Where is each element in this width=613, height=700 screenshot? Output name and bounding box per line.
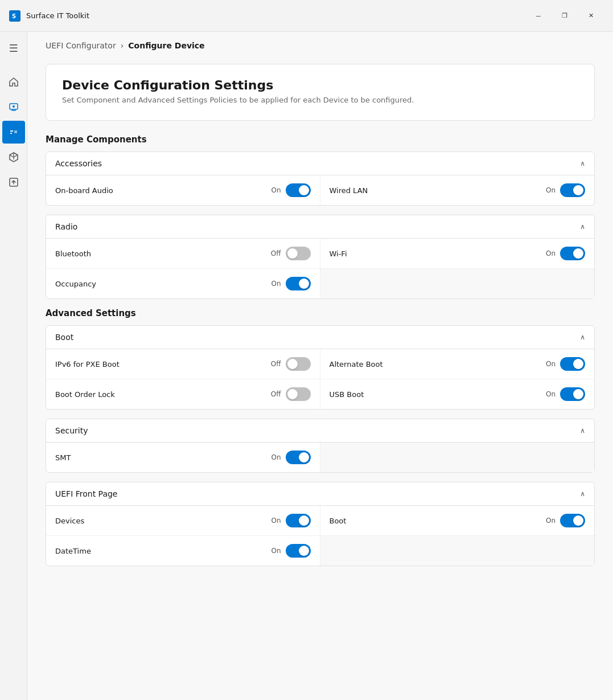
usb-boot-state: On: [546, 390, 556, 398]
usb-boot-toggle[interactable]: [560, 387, 585, 401]
uefi-front-page-row-1: Devices On Boot: [46, 506, 594, 536]
ipv6-pxe-toggle[interactable]: [286, 357, 311, 371]
boot-uefi-state: On: [546, 517, 556, 525]
breadcrumb-separator: ›: [121, 41, 124, 50]
datetime-item: DateTime On: [46, 536, 320, 566]
wifi-control: On: [546, 247, 585, 260]
on-board-audio-toggle[interactable]: [286, 183, 311, 197]
package-icon: [8, 152, 19, 163]
sidebar-item-uefi[interactable]: [2, 121, 25, 144]
radio-header[interactable]: Radio ∧: [46, 215, 594, 239]
security-body: SMT On: [46, 443, 594, 472]
boot-uefi-control: On: [546, 514, 585, 527]
app-layout: ☰: [0, 32, 613, 700]
alternate-boot-label: Alternate Boot: [330, 360, 383, 369]
bluetooth-item: Bluetooth Off: [46, 239, 320, 268]
accessories-body: On-board Audio On Wired LAN: [46, 175, 594, 205]
wired-lan-toggle[interactable]: [560, 183, 585, 197]
on-board-audio-state: On: [271, 186, 281, 194]
breadcrumb-parent[interactable]: UEFI Configurator: [46, 41, 116, 50]
occupancy-control: On: [271, 277, 310, 290]
smt-label: SMT: [55, 453, 71, 462]
smt-state: On: [271, 453, 281, 461]
bluetooth-state: Off: [271, 249, 281, 257]
accessories-row-1: On-board Audio On Wired LAN: [46, 175, 594, 205]
minimize-button[interactable]: ─: [525, 7, 552, 25]
ipv6-pxe-label: IPv6 for PXE Boot: [55, 360, 120, 369]
occupancy-state: On: [271, 280, 281, 288]
wired-lan-state: On: [546, 186, 556, 194]
security-title: Security: [55, 426, 88, 435]
alternate-boot-item: Alternate Boot On: [320, 349, 595, 379]
devices-state: On: [271, 517, 281, 525]
radio-body: Bluetooth Off Wi-Fi: [46, 239, 594, 298]
alternate-boot-control: On: [546, 357, 585, 371]
boot-uefi-label: Boot: [330, 517, 347, 525]
usb-boot-item: USB Boot On: [320, 379, 595, 409]
boot-order-lock-toggle[interactable]: [286, 387, 311, 401]
wired-lan-control: On: [546, 183, 585, 197]
usb-boot-control: On: [546, 387, 585, 401]
uefi-front-page-title: UEFI Front Page: [55, 489, 117, 498]
boot-row-1: IPv6 for PXE Boot Off Alternate Boot: [46, 349, 594, 379]
ipv6-pxe-item: IPv6 for PXE Boot Off: [46, 349, 320, 379]
manage-components-label: Manage Components: [46, 134, 595, 145]
smt-item: SMT On: [46, 443, 320, 472]
wifi-item: Wi-Fi On: [320, 239, 595, 268]
page-content: Device Configuration Settings Set Compon…: [27, 55, 613, 593]
wifi-label: Wi-Fi: [330, 249, 347, 258]
datetime-control: On: [271, 544, 310, 558]
datetime-toggle[interactable]: [286, 544, 311, 558]
restore-button[interactable]: ❐: [552, 7, 578, 25]
radio-row-1: Bluetooth Off Wi-Fi: [46, 239, 594, 269]
alternate-boot-toggle[interactable]: [560, 357, 585, 371]
app-icon: S: [9, 10, 20, 22]
smt-control: On: [271, 451, 310, 464]
datetime-state: On: [271, 547, 281, 555]
accessories-header[interactable]: Accessories ∧: [46, 152, 594, 175]
svg-text:S: S: [12, 13, 16, 19]
svg-rect-3: [11, 110, 16, 111]
devices-item: Devices On: [46, 506, 320, 535]
home-icon: [8, 76, 19, 88]
wifi-state: On: [546, 249, 556, 257]
on-board-audio-control: On: [271, 183, 310, 197]
sidebar-item-home[interactable]: [2, 71, 25, 93]
sidebar-item-menu[interactable]: ☰: [2, 36, 25, 59]
uefi-icon: [8, 126, 19, 138]
security-header[interactable]: Security ∧: [46, 419, 594, 443]
page-title: Device Configuration Settings: [62, 78, 578, 92]
accessories-title: Accessories: [55, 159, 102, 168]
security-row-1: SMT On: [46, 443, 594, 472]
occupancy-toggle[interactable]: [286, 277, 311, 290]
accessories-chevron: ∧: [580, 159, 585, 167]
sidebar-item-package[interactable]: [2, 146, 25, 169]
usb-boot-label: USB Boot: [330, 390, 364, 399]
bluetooth-control: Off: [271, 247, 311, 260]
wifi-toggle[interactable]: [560, 247, 585, 260]
boot-uefi-toggle[interactable]: [560, 514, 585, 527]
occupancy-item: Occupancy On: [46, 269, 320, 298]
uefi-front-page-header[interactable]: UEFI Front Page ∧: [46, 482, 594, 506]
sidebar-item-device[interactable]: [2, 96, 25, 118]
uefi-front-page-chevron: ∧: [580, 490, 585, 498]
title-bar: S Surface IT Toolkit ─ ❐ ✕: [0, 0, 613, 32]
page-subtitle: Set Component and Advanced Settings Poli…: [62, 96, 578, 104]
occupancy-label: Occupancy: [55, 280, 96, 288]
app-title: Surface IT Toolkit: [26, 11, 89, 20]
bluetooth-toggle[interactable]: [286, 247, 311, 260]
smt-placeholder: [320, 443, 595, 472]
sidebar: ☰: [0, 32, 27, 700]
sidebar-item-update[interactable]: [2, 171, 25, 194]
uefi-front-page-group: UEFI Front Page ∧ Devices On: [46, 482, 595, 566]
alternate-boot-state: On: [546, 360, 556, 368]
boot-header[interactable]: Boot ∧: [46, 326, 594, 349]
wired-lan-item: Wired LAN On: [320, 175, 595, 205]
occupancy-placeholder: [320, 269, 595, 298]
smt-toggle[interactable]: [286, 451, 311, 464]
security-chevron: ∧: [580, 427, 585, 435]
manage-components-section: Manage Components Accessories ∧ On-board…: [46, 134, 595, 299]
close-button[interactable]: ✕: [578, 7, 604, 25]
devices-toggle[interactable]: [286, 514, 311, 527]
boot-order-lock-state: Off: [271, 390, 281, 398]
